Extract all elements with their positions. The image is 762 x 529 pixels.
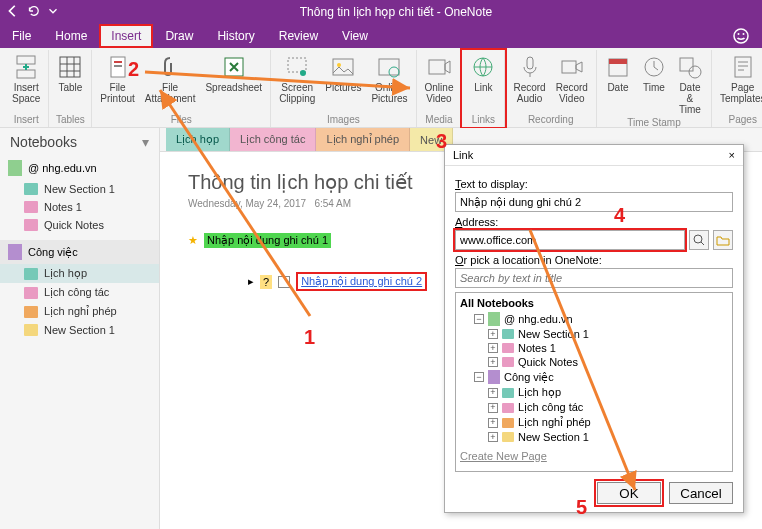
dialog-close-button[interactable]: × [729, 149, 735, 161]
ok-button[interactable]: OK [597, 482, 661, 504]
window-title: Thông tin lịch họp chi tiết - OneNote [60, 5, 732, 19]
search-title-input[interactable] [455, 268, 733, 288]
date-time-button[interactable]: Date &Time [675, 52, 705, 117]
link-dialog: Link × Text to display: Address: Or pick… [444, 144, 744, 513]
tree-nb1[interactable]: −@ nhg.edu.vn [460, 311, 728, 327]
svg-rect-18 [527, 57, 533, 69]
todo-checkbox[interactable] [278, 276, 290, 288]
section-lichhop[interactable]: Lịch họp [0, 264, 159, 283]
svg-rect-25 [735, 57, 751, 77]
group-links-label: Links [472, 114, 495, 125]
question-tag: ? [260, 275, 272, 289]
tab-history[interactable]: History [205, 24, 266, 48]
links-group-highlight: Link Links [462, 50, 505, 127]
cancel-button[interactable]: Cancel [669, 482, 733, 504]
tree-nb1-sec2[interactable]: +Quick Notes [460, 355, 728, 369]
section-new2[interactable]: New Section 1 [0, 321, 159, 339]
all-notebooks-label: All Notebooks [460, 297, 728, 309]
record-audio-button[interactable]: RecordAudio [511, 52, 547, 114]
note1-text[interactable]: Nhập nội dung ghi chú 1 [204, 233, 331, 248]
tab-review[interactable]: Review [267, 24, 330, 48]
pictures-button[interactable]: Pictures [323, 52, 363, 114]
note2-highlight-box: Nhập nội dung ghi chú 2 [296, 272, 427, 291]
text-to-display-input[interactable] [455, 192, 733, 212]
record-video-button[interactable]: RecordVideo [554, 52, 590, 114]
title-bar: Thông tin lịch họp chi tiết - OneNote [0, 0, 762, 24]
browse-file-button[interactable] [713, 230, 733, 250]
svg-rect-7 [114, 61, 122, 63]
back-icon[interactable] [6, 4, 20, 20]
svg-rect-10 [288, 58, 306, 72]
browse-web-button[interactable] [689, 230, 709, 250]
location-tree[interactable]: All Notebooks −@ nhg.edu.vn +New Section… [455, 292, 733, 472]
date-button[interactable]: Date [603, 52, 633, 117]
create-new-page-link[interactable]: Create New Page [460, 450, 728, 462]
svg-rect-19 [562, 61, 576, 73]
tree-nb2-sec2[interactable]: +Lịch nghỉ phép [460, 415, 728, 430]
sectab-nghiphep[interactable]: Lịch nghỉ phép [316, 128, 410, 151]
screen-clipping-button[interactable]: ScreenClipping [277, 52, 317, 114]
text-to-display-label: Text to display: [455, 178, 733, 190]
sectab-lichhop[interactable]: Lịch họp [166, 128, 230, 151]
qat-more-icon[interactable] [46, 4, 60, 20]
insert-space-button[interactable]: InsertSpace [10, 52, 42, 114]
online-video-button[interactable]: OnlineVideo [423, 52, 456, 114]
tree-nb2-sec0[interactable]: +Lịch họp [460, 385, 728, 400]
tab-insert[interactable]: Insert [99, 24, 153, 48]
group-images-label: Images [327, 114, 360, 125]
group-pages-label: Pages [729, 114, 757, 125]
svg-rect-12 [333, 59, 353, 75]
svg-point-2 [743, 33, 745, 35]
flag-icon: ▸ [248, 275, 254, 288]
section-nghiphep[interactable]: Lịch nghỉ phép [0, 302, 159, 321]
section-notes1[interactable]: Notes 1 [0, 198, 159, 216]
notebook-2[interactable]: Công việc [0, 240, 159, 264]
svg-rect-27 [8, 160, 22, 176]
group-tables-label: Tables [56, 114, 85, 125]
group-timestamp-label: Time Stamp [627, 117, 681, 128]
file-printout-button[interactable]: FilePrintout [98, 52, 136, 114]
tab-home[interactable]: Home [43, 24, 99, 48]
svg-point-0 [734, 29, 748, 43]
file-attachment-button[interactable]: FileAttachment [143, 52, 198, 114]
pick-location-label: Or pick a location in OneNote: [455, 254, 733, 266]
smiley-icon[interactable] [720, 24, 762, 48]
tab-view[interactable]: View [330, 24, 380, 48]
svg-rect-5 [60, 57, 80, 77]
svg-point-1 [738, 33, 740, 35]
svg-rect-16 [429, 60, 445, 74]
tab-draw[interactable]: Draw [153, 24, 205, 48]
tree-nb2-sec3[interactable]: +New Section 1 [460, 430, 728, 444]
svg-rect-23 [680, 58, 693, 71]
notebook-1[interactable]: @ nhg.edu.vn [0, 156, 159, 180]
address-label: Address: [455, 216, 733, 228]
svg-rect-28 [8, 244, 22, 260]
svg-rect-31 [488, 370, 500, 384]
table-button[interactable]: Table [55, 52, 85, 114]
tree-nb1-sec1[interactable]: +Notes 1 [460, 341, 728, 355]
sectab-congtac[interactable]: Lịch công tác [230, 128, 316, 151]
svg-point-11 [300, 70, 306, 76]
time-button[interactable]: Time [639, 52, 669, 117]
tree-nb1-sec0[interactable]: +New Section 1 [460, 327, 728, 341]
group-recording-label: Recording [528, 114, 574, 125]
section-congtac[interactable]: Lịch công tác [0, 283, 159, 302]
undo-icon[interactable] [26, 4, 40, 20]
spreadsheet-button[interactable]: Spreadsheet [203, 52, 264, 114]
online-pictures-button[interactable]: OnlinePictures [369, 52, 409, 114]
tree-nb2-sec1[interactable]: +Lịch công tác [460, 400, 728, 415]
section-quick[interactable]: Quick Notes [0, 216, 159, 234]
tab-file[interactable]: File [0, 24, 43, 48]
dialog-title: Link [453, 149, 473, 161]
section-new1[interactable]: New Section 1 [0, 180, 159, 198]
notebooks-pane: Notebooks▾ @ nhg.edu.vn New Section 1 No… [0, 128, 160, 529]
tree-nb2[interactable]: −Công việc [460, 369, 728, 385]
address-input[interactable] [455, 230, 685, 250]
svg-rect-4 [17, 70, 35, 78]
group-insert-label: Insert [14, 114, 39, 125]
svg-rect-8 [114, 65, 122, 67]
star-icon: ★ [188, 234, 198, 247]
note2-link[interactable]: Nhập nội dung ghi chú 2 [301, 275, 422, 287]
link-button[interactable]: Link [468, 52, 498, 114]
page-templates-button[interactable]: PageTemplates [718, 52, 762, 114]
